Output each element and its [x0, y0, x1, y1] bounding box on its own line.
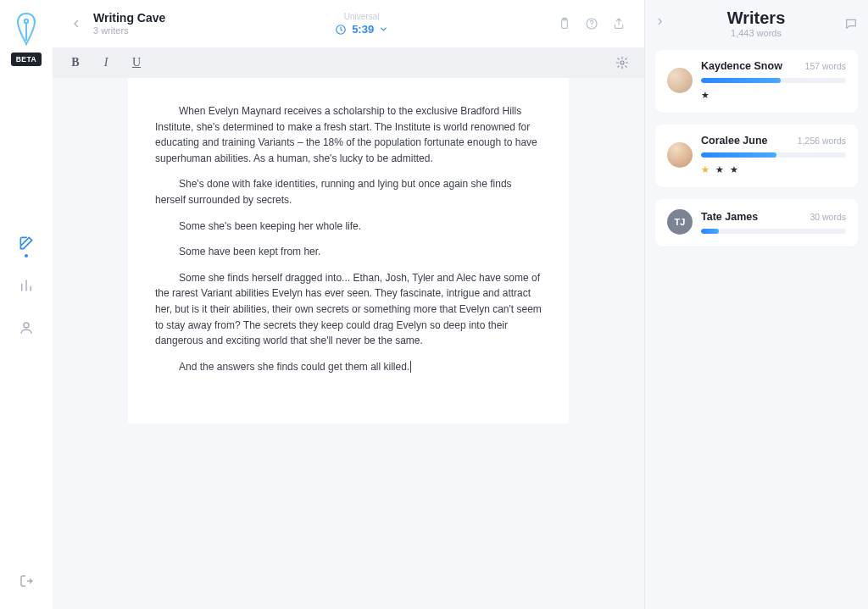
- beta-badge: BETA: [11, 53, 42, 66]
- sidebar-nav: [0, 234, 53, 337]
- exit-icon[interactable]: [17, 572, 36, 590]
- nav-stats-icon[interactable]: [17, 276, 36, 295]
- text-cursor: [410, 361, 411, 373]
- right-panel-header: Writers 1,443 words: [655, 8, 858, 38]
- back-icon[interactable]: [71, 19, 81, 29]
- document[interactable]: When Evelyn Maynard receives a scholarsh…: [128, 78, 569, 424]
- writer-card[interactable]: Coralee June 1,256 words ★ ★ ★: [655, 125, 858, 187]
- right-panel: Writers 1,443 words Kaydence Snow 157 wo…: [644, 0, 868, 609]
- underline-button[interactable]: U: [129, 56, 144, 69]
- progress-bar: [701, 152, 846, 158]
- nav-profile-icon[interactable]: [17, 318, 36, 337]
- svg-point-9: [620, 61, 624, 64]
- doc-paragraph: When Evelyn Maynard receives a scholarsh…: [155, 103, 542, 166]
- progress-fill: [701, 229, 719, 234]
- header-center: Universal 5:39: [177, 12, 546, 36]
- timer-value: 5:39: [352, 23, 374, 36]
- title-block: Writing Cave 3 writers: [93, 11, 165, 36]
- left-sidebar: BETA: [0, 0, 53, 609]
- clipboard-icon[interactable]: [558, 17, 571, 30]
- svg-point-1: [25, 19, 28, 23]
- bold-button[interactable]: B: [68, 56, 83, 69]
- collapse-panel-icon[interactable]: [655, 17, 665, 26]
- room-subtitle: 3 writers: [93, 25, 165, 36]
- pen-icon: [14, 12, 38, 46]
- writer-card[interactable]: Kaydence Snow 157 words ★: [655, 50, 858, 113]
- progress-fill: [701, 152, 776, 158]
- doc-paragraph: Some she's been keeping her whole life.: [155, 219, 542, 235]
- main-column: Writing Cave 3 writers Universal 5:39: [53, 0, 644, 609]
- chevron-down-icon: [379, 25, 388, 34]
- clock-icon: [335, 24, 347, 36]
- right-panel-subtitle: 1,443 words: [680, 28, 832, 38]
- progress-fill: [701, 78, 781, 83]
- editor-toolbar: B I U: [53, 47, 644, 78]
- svg-point-8: [591, 26, 592, 27]
- writer-stars: ★ ★ ★: [701, 164, 846, 175]
- avatar: TJ: [667, 209, 693, 235]
- share-icon[interactable]: [612, 17, 626, 30]
- writer-name: Coralee June: [701, 135, 768, 147]
- doc-paragraph: Some have been kept from her.: [155, 244, 542, 260]
- settings-icon[interactable]: [615, 56, 629, 69]
- svg-point-3: [24, 323, 29, 328]
- right-panel-title: Writers: [680, 8, 832, 28]
- document-scroll[interactable]: When Evelyn Maynard receives a scholarsh…: [53, 78, 644, 424]
- chat-icon[interactable]: [844, 17, 858, 30]
- writer-stars: ★: [701, 90, 846, 101]
- writer-wordcount: 1,256 words: [798, 136, 846, 146]
- writer-name: Tate James: [701, 211, 758, 223]
- writer-wordcount: 157 words: [805, 61, 846, 71]
- room-title: Writing Cave: [93, 11, 165, 25]
- header-bar: Writing Cave 3 writers Universal 5:39: [53, 0, 644, 47]
- avatar: [667, 142, 693, 168]
- writer-name: Kaydence Snow: [701, 60, 782, 72]
- help-icon[interactable]: [585, 17, 598, 30]
- mode-label: Universal: [344, 12, 380, 21]
- progress-bar: [701, 229, 846, 234]
- writer-card[interactable]: TJ Tate James 30 words: [655, 199, 858, 246]
- nav-write-icon[interactable]: [17, 234, 36, 252]
- writer-wordcount: 30 words: [810, 212, 846, 222]
- progress-bar: [701, 78, 846, 83]
- header-actions: [558, 17, 626, 30]
- avatar: [667, 68, 693, 93]
- italic-button[interactable]: I: [98, 56, 114, 69]
- timer-control[interactable]: 5:39: [335, 23, 388, 36]
- app-logo[interactable]: BETA: [11, 12, 42, 66]
- doc-paragraph: She's done with fake identities, running…: [155, 176, 542, 208]
- doc-paragraph: And the answers she finds could get them…: [155, 359, 542, 375]
- doc-paragraph: Some she finds herself dragged into... E…: [155, 270, 542, 349]
